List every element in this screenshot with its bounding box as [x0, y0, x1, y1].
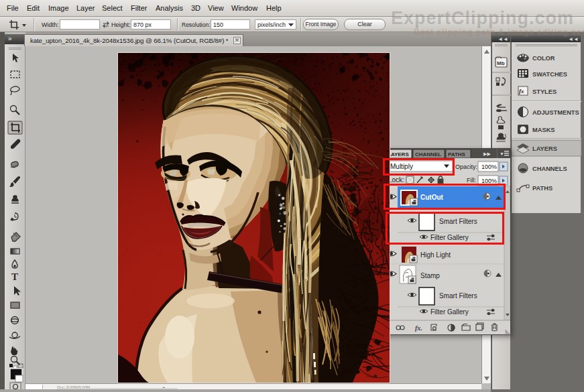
svg-text:CHANNEL: CHANNEL: [415, 151, 441, 157]
svg-text:Stamp: Stamp: [420, 272, 440, 279]
svg-text:LAYERS: LAYERS: [532, 145, 557, 152]
svg-text:Lock:: Lock:: [388, 176, 404, 184]
svg-text:CHANNELS: CHANNELS: [532, 166, 567, 172]
svg-text:ADJUSTMENTS: ADJUSTMENTS: [532, 109, 579, 116]
svg-text:Filter Gallery: Filter Gallery: [430, 308, 469, 316]
svg-text:Smart Filters: Smart Filters: [439, 292, 477, 300]
svg-text:T: T: [11, 271, 18, 282]
svg-text:SWATCHES: SWATCHES: [532, 71, 567, 78]
svg-text:▶▶: ▶▶: [483, 151, 491, 156]
svg-text:MASKS: MASKS: [532, 127, 555, 133]
svg-text:STYLES: STYLES: [532, 88, 557, 95]
svg-text:LAYERS: LAYERS: [388, 151, 409, 157]
svg-text:100%: 100%: [481, 164, 497, 170]
svg-text:PATHS: PATHS: [448, 151, 466, 157]
svg-text:Fill:: Fill:: [467, 177, 476, 184]
svg-text:fx.: fx.: [415, 324, 422, 332]
svg-text:High Light: High Light: [420, 251, 451, 259]
svg-text:PATHS: PATHS: [532, 185, 552, 192]
svg-text:▼: ▼: [500, 151, 504, 156]
svg-text:Mb: Mb: [497, 60, 505, 66]
svg-text:COLOR: COLOR: [532, 55, 555, 62]
svg-text:Opacity:: Opacity:: [455, 164, 477, 170]
svg-text:fx: fx: [519, 88, 524, 94]
